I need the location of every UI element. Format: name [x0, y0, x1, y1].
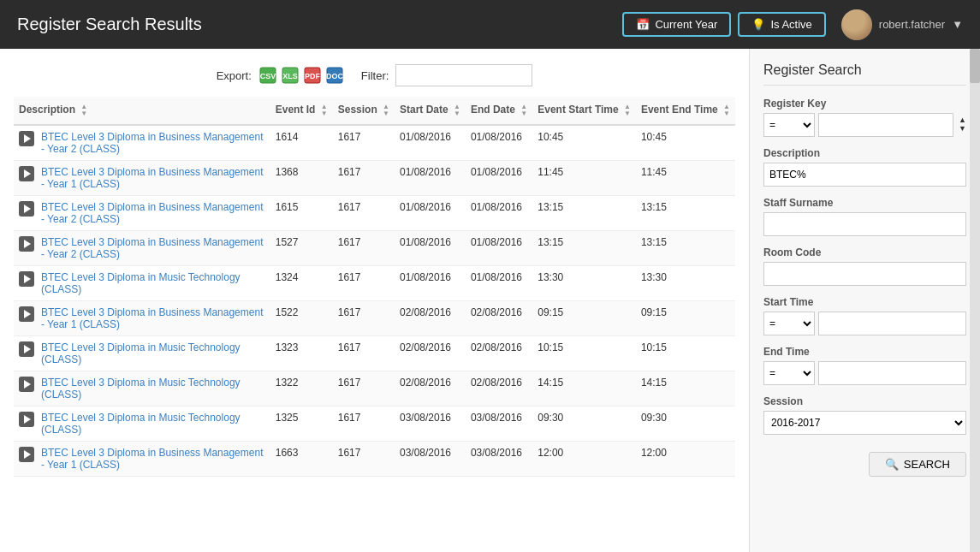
play-button[interactable] — [19, 271, 34, 287]
sort-event-id-icon: ▲▼ — [321, 104, 328, 117]
play-button[interactable] — [19, 412, 34, 427]
cell-start-date: 02/08/2016 — [395, 301, 466, 336]
search-icon: 🔍 — [885, 458, 899, 471]
export-icons: CSV XLS PDF DOC — [258, 66, 344, 85]
table-row: BTEC Level 3 Diploma in Business Managem… — [14, 161, 735, 196]
cell-start-time: 09:30 — [532, 407, 636, 442]
cell-session: 1617 — [333, 266, 395, 301]
col-description[interactable]: Description ▲▼ — [14, 97, 270, 125]
register-key-input[interactable] — [818, 113, 953, 137]
cell-end-date: 01/08/2016 — [466, 231, 532, 266]
filter-label: Filter: — [361, 69, 389, 82]
scrollbar-track — [970, 49, 980, 552]
col-session[interactable]: Session ▲▼ — [333, 97, 395, 125]
description-group: Description — [763, 147, 966, 187]
main-layout: Export: CSV XLS PDF DOC Filter: — [0, 49, 980, 552]
cell-session: 1617 — [333, 125, 395, 161]
start-time-group: Start Time =<> — [763, 296, 966, 335]
export-csv-icon[interactable]: CSV — [258, 66, 277, 85]
col-start-date[interactable]: Start Date ▲▼ — [395, 97, 466, 125]
register-key-group: Register Key =<><=>=!= ▲ ▼ — [763, 98, 966, 137]
cell-end-time: 12:00 — [636, 442, 735, 477]
description-link[interactable]: BTEC Level 3 Diploma in Business Managem… — [41, 131, 265, 155]
description-link[interactable]: BTEC Level 3 Diploma in Business Managem… — [41, 447, 265, 471]
cell-description: BTEC Level 3 Diploma in Business Managem… — [14, 196, 270, 231]
end-time-input[interactable] — [818, 361, 966, 385]
session-select[interactable]: 2016-2017 2015-2016 2014-2015 — [763, 411, 966, 435]
table-row: BTEC Level 3 Diploma in Music Technology… — [14, 266, 735, 301]
cell-session: 1617 — [333, 161, 395, 196]
user-menu[interactable]: robert.fatcher ▼ — [841, 9, 963, 40]
table-row: BTEC Level 3 Diploma in Music Technology… — [14, 407, 735, 442]
room-code-group: Room Code — [763, 246, 966, 286]
cell-event-id: 1323 — [270, 336, 333, 371]
search-button-label: SEARCH — [904, 458, 950, 471]
cell-description: BTEC Level 3 Diploma in Music Technology… — [14, 371, 270, 407]
play-button[interactable] — [19, 306, 34, 322]
cell-event-id: 1368 — [270, 161, 333, 196]
play-button[interactable] — [19, 377, 34, 392]
cell-end-date: 03/08/2016 — [466, 442, 532, 477]
end-time-group: End Time =<> — [763, 346, 966, 385]
table-area: Export: CSV XLS PDF DOC Filter: — [0, 49, 749, 552]
end-time-operator[interactable]: =<> — [763, 361, 815, 385]
description-link[interactable]: BTEC Level 3 Diploma in Business Managem… — [41, 236, 265, 260]
col-event-id[interactable]: Event Id ▲▼ — [270, 97, 333, 125]
register-key-spinner[interactable]: ▲ ▼ — [959, 113, 966, 137]
export-pdf-icon[interactable]: PDF — [303, 66, 322, 85]
export-excel-icon[interactable]: XLS — [281, 66, 300, 85]
cell-end-time: 13:30 — [636, 266, 735, 301]
staff-surname-label: Staff Surname — [763, 197, 966, 209]
cell-description: BTEC Level 3 Diploma in Business Managem… — [14, 442, 270, 477]
register-key-label: Register Key — [763, 98, 966, 110]
search-button[interactable]: 🔍 SEARCH — [869, 452, 966, 477]
dropdown-chevron-icon: ▼ — [952, 18, 963, 31]
cell-session: 1617 — [333, 407, 395, 442]
current-year-button[interactable]: 📅 Current Year — [622, 12, 731, 37]
room-code-input[interactable] — [763, 262, 966, 286]
start-time-label: Start Time — [763, 296, 966, 308]
description-link[interactable]: BTEC Level 3 Diploma in Business Managem… — [41, 201, 265, 225]
description-link[interactable]: BTEC Level 3 Diploma in Music Technology… — [41, 377, 265, 401]
scrollbar-thumb[interactable] — [970, 49, 980, 83]
cell-start-time: 13:30 — [532, 266, 636, 301]
description-link[interactable]: BTEC Level 3 Diploma in Music Technology… — [41, 341, 265, 365]
play-button[interactable] — [19, 236, 34, 252]
play-button[interactable] — [19, 131, 34, 146]
play-button[interactable] — [19, 447, 34, 462]
sort-description-icon: ▲▼ — [80, 104, 87, 117]
staff-surname-input[interactable] — [763, 212, 966, 236]
cell-session: 1617 — [333, 336, 395, 371]
play-button[interactable] — [19, 166, 34, 181]
start-time-operator[interactable]: =<> — [763, 312, 815, 335]
export-word-icon[interactable]: DOC — [325, 66, 344, 85]
description-input[interactable] — [763, 163, 966, 187]
cell-start-time: 13:15 — [532, 231, 636, 266]
table-row: BTEC Level 3 Diploma in Music Technology… — [14, 336, 735, 371]
cell-start-time: 12:00 — [532, 442, 636, 477]
register-key-operator[interactable]: =<><=>=!= — [763, 113, 815, 137]
cell-event-id: 1663 — [270, 442, 333, 477]
play-button[interactable] — [19, 201, 34, 217]
cell-start-date: 01/08/2016 — [395, 196, 466, 231]
description-link[interactable]: BTEC Level 3 Diploma in Business Managem… — [41, 306, 265, 330]
play-button[interactable] — [19, 341, 34, 357]
col-end-date[interactable]: End Date ▲▼ — [466, 97, 532, 125]
is-active-button[interactable]: 💡 Is Active — [738, 12, 825, 37]
col-event-end-time[interactable]: Event End Time ▲▼ — [636, 97, 735, 125]
description-link[interactable]: BTEC Level 3 Diploma in Business Managem… — [41, 166, 265, 190]
cell-end-time: 10:15 — [636, 336, 735, 371]
cell-start-date: 02/08/2016 — [395, 336, 466, 371]
start-time-input[interactable] — [818, 312, 966, 335]
description-link[interactable]: BTEC Level 3 Diploma in Music Technology… — [41, 271, 265, 295]
sort-end-date-icon: ▲▼ — [520, 104, 527, 117]
col-event-start-time[interactable]: Event Start Time ▲▼ — [532, 97, 636, 125]
table-row: BTEC Level 3 Diploma in Business Managem… — [14, 125, 735, 161]
description-link[interactable]: BTEC Level 3 Diploma in Music Technology… — [41, 412, 265, 436]
room-code-label: Room Code — [763, 246, 966, 258]
export-label: Export: — [217, 69, 252, 82]
cell-end-date: 02/08/2016 — [466, 301, 532, 336]
filter-input[interactable] — [395, 64, 532, 86]
cell-end-time: 09:30 — [636, 407, 735, 442]
username-label: robert.fatcher — [879, 18, 945, 31]
